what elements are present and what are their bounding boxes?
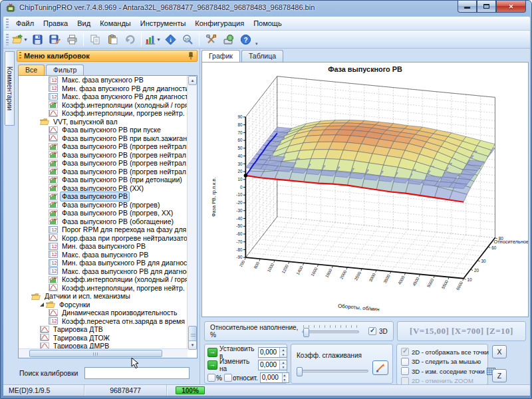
calibration-panel-header[interactable]: Меню калибровок bbox=[17, 50, 198, 62]
menu-item[interactable]: Конфигурация bbox=[190, 18, 249, 29]
comments-vertical-tab[interactable]: Комментарии bbox=[5, 51, 15, 126]
x-axis-button[interactable]: X bbox=[492, 345, 507, 358]
tree-horizontal-scrollbar[interactable] bbox=[19, 348, 188, 358]
spin-down[interactable]: ▼ bbox=[283, 378, 287, 382]
spin-down[interactable]: ▼ bbox=[280, 352, 287, 357]
mode-checkbox-label: 3D - изм. соседние точки bbox=[412, 368, 485, 375]
num-icon: 12 bbox=[49, 259, 58, 267]
svg-text:30: 30 bbox=[481, 259, 487, 263]
spin-up[interactable]: ▲ bbox=[280, 348, 287, 352]
relative-checkbox[interactable] bbox=[224, 374, 232, 382]
folder-icon bbox=[40, 118, 49, 125]
diagonal-edit-icon bbox=[376, 363, 385, 372]
spin-down[interactable]: ▼ bbox=[280, 365, 287, 370]
menu-item[interactable]: Вид bbox=[72, 18, 95, 29]
spin-up[interactable]: ▲ bbox=[280, 360, 287, 365]
svg-text:70: 70 bbox=[237, 130, 243, 135]
tab-all[interactable]: Все bbox=[18, 65, 45, 76]
horizontal-scroll-thumb[interactable] bbox=[29, 350, 162, 357]
folder-icon bbox=[31, 293, 41, 300]
paste-icon[interactable] bbox=[104, 32, 120, 47]
svg-text:-90: -90 bbox=[236, 255, 243, 259]
svg-text:12: 12 bbox=[51, 269, 57, 275]
set-value-spinner[interactable]: 0,000 ▲▼ bbox=[258, 347, 287, 358]
load-slider[interactable] bbox=[302, 325, 359, 337]
mode-checkbox-label: 3D - следить за мышью bbox=[412, 358, 481, 365]
menu-item[interactable]: Инструменты bbox=[136, 18, 191, 29]
num-icon: 12 bbox=[49, 243, 58, 250]
change-label: Изменить на bbox=[219, 358, 258, 372]
svg-text:3500: 3500 bbox=[382, 273, 391, 284]
svg-text:-70: -70 bbox=[236, 239, 243, 244]
menu-grip bbox=[6, 19, 9, 29]
svg-text:10: 10 bbox=[467, 277, 472, 282]
expander-icon[interactable] bbox=[40, 303, 44, 307]
toolbar-separator bbox=[199, 33, 200, 46]
3d-checkbox[interactable] bbox=[368, 327, 376, 335]
status-progress-badge: 100% bbox=[176, 386, 205, 394]
num-icon: 12 bbox=[49, 317, 58, 325]
internet-icon[interactable] bbox=[220, 32, 236, 47]
num-icon: 12 bbox=[49, 84, 58, 92]
tab-table[interactable]: Таблица bbox=[241, 50, 283, 62]
change-value-spinner[interactable]: 0,000 ▲▼ bbox=[258, 360, 287, 370]
svg-text:60: 60 bbox=[237, 138, 243, 142]
smoothing-slider[interactable] bbox=[297, 364, 368, 376]
curve-icon bbox=[40, 334, 49, 341]
menu-item[interactable]: Файл bbox=[11, 18, 39, 29]
z-axis-button[interactable]: Z bbox=[492, 369, 507, 382]
spin-up[interactable]: ▲ bbox=[283, 373, 287, 378]
mode-checkbox[interactable] bbox=[401, 367, 409, 375]
title-bar[interactable]: ChipTuningPRO ver.7.4.8.969 - Antara32L_… bbox=[1, 1, 531, 17]
menu-item[interactable]: Правка bbox=[39, 18, 72, 29]
minimize-button[interactable]: ▬ bbox=[458, 1, 477, 13]
info-icon[interactable]: i bbox=[162, 32, 178, 47]
menu-item[interactable]: Помощь bbox=[249, 18, 287, 29]
svg-text:12: 12 bbox=[51, 260, 57, 266]
chart-view-icon[interactable]: ▼ bbox=[145, 32, 161, 47]
menu-bar: ФайлПравкаВидКомандыИнструментыКонфигура… bbox=[3, 17, 530, 31]
tools-icon[interactable] bbox=[203, 32, 219, 47]
scroll-down-button[interactable]: ▼ bbox=[188, 340, 197, 350]
svg-text:12: 12 bbox=[51, 252, 57, 258]
smooth-apply-button[interactable] bbox=[372, 360, 388, 375]
map-icon bbox=[49, 160, 58, 167]
calibration-panel: Меню калибровок Все Фильтр 12Макс. фаза … bbox=[15, 49, 200, 384]
undo-icon[interactable] bbox=[122, 32, 138, 47]
tab-filter[interactable]: Фильтр bbox=[46, 65, 84, 76]
tree-item[interactable]: Датчики и исп. механизмы bbox=[19, 292, 188, 301]
help-icon[interactable]: ? bbox=[237, 32, 253, 47]
relative-value-spinner[interactable]: 0,000 ▲▼ bbox=[260, 372, 289, 383]
print-icon[interactable] bbox=[64, 32, 80, 47]
num-icon: 12 bbox=[49, 76, 58, 84]
mode-checkbox-label: 2D - отменить ZOOM bbox=[412, 377, 473, 384]
apply-set-button[interactable]: → bbox=[207, 348, 217, 357]
svg-text:12: 12 bbox=[51, 86, 57, 92]
toolbar-overflow-button[interactable]: ▾ bbox=[255, 41, 258, 48]
surface-chart[interactable]: -90-80-70-60-50-40-30-20-100102030405060… bbox=[201, 62, 529, 317]
copy-icon[interactable] bbox=[87, 32, 103, 47]
cursor-readout: [V=15,00] [X=700] [Z=10] bbox=[397, 321, 526, 341]
svg-text:Обороты, об/мин: Обороты, об/мин bbox=[338, 303, 380, 312]
pin-icon[interactable] bbox=[188, 52, 194, 60]
open-file-icon[interactable]: ▼ bbox=[12, 32, 28, 47]
close-button[interactable]: ✕ bbox=[496, 1, 526, 13]
tree-vertical-scrollbar[interactable]: ▲ ▼ bbox=[187, 76, 197, 350]
map-icon bbox=[49, 217, 58, 225]
curve-icon bbox=[49, 110, 58, 117]
map-icon bbox=[49, 201, 58, 208]
percent-checkbox[interactable] bbox=[207, 374, 215, 382]
tab-graph[interactable]: График bbox=[201, 50, 240, 63]
svg-text:20: 20 bbox=[474, 268, 479, 273]
save-as-icon[interactable] bbox=[47, 32, 63, 47]
save-icon[interactable] bbox=[29, 32, 45, 47]
curve-icon bbox=[49, 126, 58, 134]
scroll-up-button[interactable]: ▲ bbox=[188, 76, 197, 85]
mode-checkbox[interactable] bbox=[401, 358, 409, 366]
zoom-10-icon[interactable]: 10 bbox=[180, 32, 196, 47]
curve-icon bbox=[49, 234, 58, 241]
menu-item[interactable]: Команды bbox=[95, 18, 136, 29]
status-bar: ME(D)9.1/9.5 96878477 100% bbox=[3, 384, 530, 396]
maximize-button[interactable] bbox=[477, 1, 496, 13]
apply-change-button[interactable]: → bbox=[207, 360, 217, 370]
